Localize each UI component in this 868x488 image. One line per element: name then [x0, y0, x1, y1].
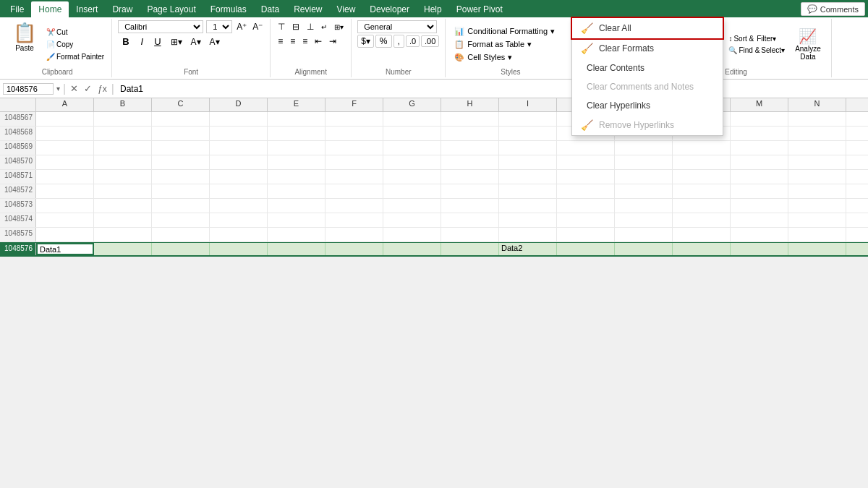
cell-c-1048568[interactable] [152, 127, 210, 140]
cell-i-1048574[interactable] [499, 213, 557, 227]
tab-insert[interactable]: Insert [69, 1, 105, 17]
underline-button[interactable]: U [150, 35, 164, 48]
cell-c-1048570[interactable] [152, 155, 210, 169]
cell-f-1048572[interactable] [326, 184, 383, 198]
cell-m-1048576[interactable] [731, 243, 788, 255]
cell-l-1048573[interactable] [673, 199, 731, 213]
cell-i-1048567[interactable] [499, 112, 557, 126]
cell-c-1048574[interactable] [152, 213, 210, 227]
cell-d-1048574[interactable] [210, 213, 268, 227]
paste-button[interactable]: 📋 Paste [7, 20, 42, 68]
cell-j-1048570[interactable] [557, 155, 615, 169]
cell-a-1048570[interactable] [36, 155, 94, 169]
cell-k-1048574[interactable] [615, 213, 673, 227]
cell-i-1048571[interactable] [499, 170, 557, 184]
border-button[interactable]: ⊞▾ [168, 36, 185, 48]
cell-b-1048575[interactable] [94, 228, 152, 241]
cell-a-1048574[interactable] [36, 213, 94, 227]
cell-k-1048575[interactable] [615, 228, 673, 241]
cell-b-1048568[interactable] [94, 127, 152, 140]
tab-developer[interactable]: Developer [362, 1, 417, 17]
cell-h-1048567[interactable] [441, 112, 499, 126]
cell-f-1048574[interactable] [326, 213, 383, 227]
cell-f-1048567[interactable] [326, 112, 383, 126]
cell-l-1048575[interactable] [673, 228, 731, 241]
decrease-font-button[interactable]: A⁻ [251, 21, 264, 33]
cell-b-1048567[interactable] [94, 112, 152, 126]
tab-home[interactable]: Home [31, 1, 69, 17]
align-top-button[interactable]: ⊤ [275, 20, 288, 33]
cell-n-1048570[interactable] [788, 155, 846, 169]
number-format-select[interactable]: General [357, 20, 437, 33]
comma-button[interactable]: , [393, 35, 404, 48]
cell-b-1048576[interactable] [94, 243, 152, 255]
col-header-c[interactable]: C [152, 98, 210, 111]
cell-i-1048570[interactable] [499, 155, 557, 169]
cell-g-1048568[interactable] [383, 127, 441, 140]
cell-n-1048576[interactable] [788, 243, 846, 255]
cell-f-1048569[interactable] [326, 141, 383, 155]
align-middle-button[interactable]: ⊟ [289, 20, 302, 33]
cell-m-1048567[interactable] [731, 112, 788, 126]
percent-button[interactable]: % [375, 35, 392, 48]
cell-h-1048571[interactable] [441, 170, 499, 184]
conditional-formatting-button[interactable]: 📊 Conditional Formatting ▾ [451, 26, 569, 37]
cell-b-1048573[interactable] [94, 199, 152, 213]
format-as-table-button[interactable]: 📋 Format as Table ▾ [451, 39, 569, 50]
cell-h-1048569[interactable] [441, 141, 499, 155]
cell-h-1048570[interactable] [441, 155, 499, 169]
cell-g-1048572[interactable] [383, 184, 441, 198]
cell-n-1048574[interactable] [788, 213, 846, 227]
font-color-button[interactable]: A▾ [207, 36, 223, 48]
cell-g-1048571[interactable] [383, 170, 441, 184]
cell-j-1048574[interactable] [557, 213, 615, 227]
cell-k-1048576[interactable] [615, 243, 673, 255]
cell-e-1048570[interactable] [268, 155, 326, 169]
cell-n-1048571[interactable] [788, 170, 846, 184]
cell-d-1048571[interactable] [210, 170, 268, 184]
tab-view[interactable]: View [330, 1, 363, 17]
cell-m-1048568[interactable] [731, 127, 788, 140]
cell-e-1048573[interactable] [268, 199, 326, 213]
cell-l-1048570[interactable] [673, 155, 731, 169]
cell-a-1048568[interactable] [36, 127, 94, 140]
clear-hyperlinks-item[interactable]: Clear Hyperlinks [572, 96, 723, 115]
cell-g-1048569[interactable] [383, 141, 441, 155]
sort-filter-button[interactable]: ↕ Sort & Filter▾ [726, 34, 788, 43]
cell-l-1048569[interactable] [673, 141, 731, 155]
cell-h-1048568[interactable] [441, 127, 499, 140]
format-painter-button[interactable]: 🖌️ Format Painter [43, 51, 107, 62]
cell-a-1048569[interactable] [36, 141, 94, 155]
cell-b-1048570[interactable] [94, 155, 152, 169]
cell-j-1048572[interactable] [557, 184, 615, 198]
clear-contents-item[interactable]: Clear Contents [572, 59, 723, 77]
cell-l-1048571[interactable] [673, 170, 731, 184]
cell-e-1048575[interactable] [268, 228, 326, 241]
col-header-m[interactable]: M [731, 98, 788, 111]
tab-formulas[interactable]: Formulas [203, 1, 254, 17]
cell-c-1048575[interactable] [152, 228, 210, 241]
cancel-formula-icon[interactable]: ✕ [69, 83, 80, 94]
cell-j-1048573[interactable] [557, 199, 615, 213]
bold-button[interactable]: B [118, 35, 133, 48]
tab-file[interactable]: File [3, 1, 31, 17]
cell-h-1048576[interactable] [441, 243, 499, 255]
cell-m-1048572[interactable] [731, 184, 788, 198]
cell-h-1048573[interactable] [441, 199, 499, 213]
cell-e-1048571[interactable] [268, 170, 326, 184]
cell-m-1048575[interactable] [731, 228, 788, 241]
cell-c-1048567[interactable] [152, 112, 210, 126]
cell-i-1048568[interactable] [499, 127, 557, 140]
cell-d-1048567[interactable] [210, 112, 268, 126]
cell-f-1048568[interactable] [326, 127, 383, 140]
cell-o-1048571[interactable] [846, 170, 868, 184]
cell-o-1048568[interactable] [846, 127, 868, 140]
tab-power-pivot[interactable]: Power Pivot [449, 1, 510, 17]
col-header-f[interactable]: F [326, 98, 383, 111]
decrease-indent-button[interactable]: ⇤ [312, 35, 325, 48]
cell-h-1048572[interactable] [441, 184, 499, 198]
align-right-button[interactable]: ≡ [299, 35, 310, 48]
wrap-text-button[interactable]: ↵ [318, 22, 330, 33]
cell-m-1048571[interactable] [731, 170, 788, 184]
align-bottom-button[interactable]: ⊥ [304, 20, 317, 33]
